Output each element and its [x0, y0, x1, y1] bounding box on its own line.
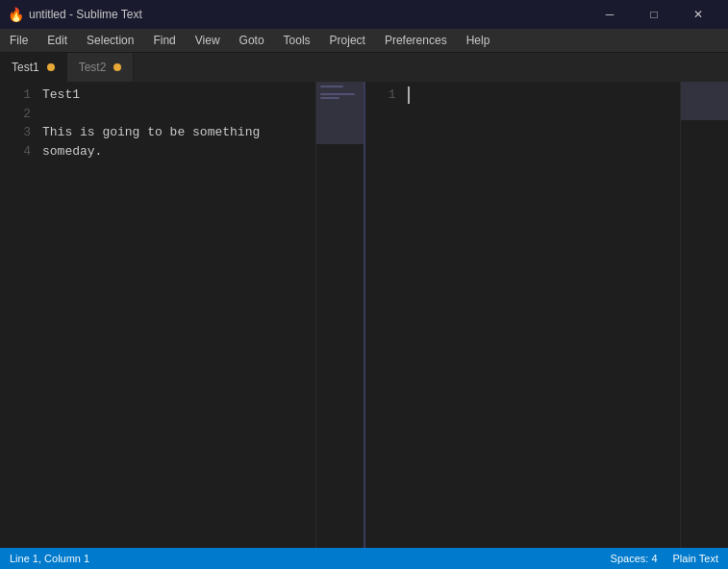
tab-test2-label: Test2 — [79, 61, 107, 74]
left-line-numbers: 1 2 3 4 — [0, 82, 38, 548]
menu-item-goto[interactable]: Goto — [230, 29, 274, 52]
text-cursor — [408, 87, 410, 104]
app-icon: 🔥 — [8, 7, 23, 22]
menu-item-tools[interactable]: Tools — [274, 29, 320, 52]
tab-test1[interactable]: Test1 — [0, 53, 67, 82]
status-syntax[interactable]: Plain Text — [673, 553, 719, 564]
editor-area: 1 2 3 4 Test1 This is going to be someth… — [0, 82, 728, 548]
right-editor[interactable]: 1 — [365, 82, 729, 548]
title-text: untitled - Sublime Text — [29, 8, 588, 21]
tab-test2[interactable]: Test2 — [67, 53, 135, 82]
right-line-numbers: 1 — [365, 82, 404, 548]
tab-test1-label: Test1 — [12, 61, 39, 74]
title-bar: 🔥 untitled - Sublime Text ─ □ ✕ — [0, 0, 728, 29]
right-line-number-1: 1 — [365, 86, 396, 105]
left-minimap — [315, 82, 364, 548]
menu-item-selection[interactable]: Selection — [77, 29, 143, 52]
menu-item-file[interactable]: File — [0, 29, 38, 52]
tab-test1-dirty-indicator — [47, 63, 55, 71]
menu-item-preferences[interactable]: Preferences — [375, 29, 457, 52]
right-pane: 1 — [365, 82, 729, 548]
maximize-button[interactable]: □ — [632, 0, 676, 29]
menu-item-view[interactable]: View — [186, 29, 230, 52]
left-code-content[interactable]: Test1 This is going to be something some… — [38, 82, 315, 548]
line-number-3: 3 — [0, 123, 31, 142]
menu-item-project[interactable]: Project — [320, 29, 375, 52]
right-minimap-viewport — [681, 82, 728, 120]
menu-bar: FileEditSelectionFindViewGotoToolsProjec… — [0, 29, 728, 53]
window-controls: ─ □ ✕ — [588, 0, 720, 29]
tab-bar: Test1 Test2 — [0, 53, 728, 82]
left-pane: 1 2 3 4 Test1 This is going to be someth… — [0, 82, 365, 548]
line-number-1: 1 — [0, 86, 31, 105]
menu-item-help[interactable]: Help — [457, 29, 500, 52]
line-number-5: 4 — [0, 142, 31, 161]
menu-item-edit[interactable]: Edit — [38, 29, 77, 52]
right-minimap — [680, 82, 728, 548]
left-editor[interactable]: 1 2 3 4 Test1 This is going to be someth… — [0, 82, 364, 548]
status-bar: Line 1, Column 1 Spaces: 4 Plain Text — [0, 548, 728, 569]
left-minimap-viewport — [316, 82, 364, 144]
status-spaces[interactable]: Spaces: 4 — [611, 553, 658, 564]
close-button[interactable]: ✕ — [676, 0, 720, 29]
line-number-2: 2 — [0, 105, 31, 124]
status-position[interactable]: Line 1, Column 1 — [10, 553, 89, 564]
status-right: Spaces: 4 Plain Text — [611, 553, 718, 564]
status-left: Line 1, Column 1 — [10, 553, 611, 564]
tab-test2-dirty-indicator — [113, 63, 121, 71]
menu-item-find[interactable]: Find — [143, 29, 185, 52]
minimize-button[interactable]: ─ — [588, 0, 632, 29]
right-code-content[interactable] — [404, 82, 681, 548]
